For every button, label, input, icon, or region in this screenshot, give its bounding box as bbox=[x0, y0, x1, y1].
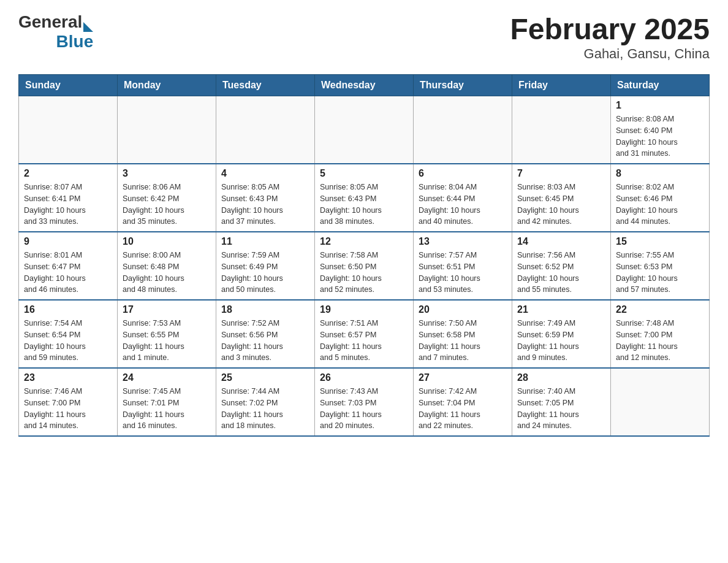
calendar-cell: 28Sunrise: 7:40 AMSunset: 7:05 PMDayligh… bbox=[512, 368, 611, 436]
calendar-cell: 23Sunrise: 7:46 AMSunset: 7:00 PMDayligh… bbox=[19, 368, 118, 436]
calendar-cell: 27Sunrise: 7:42 AMSunset: 7:04 PMDayligh… bbox=[414, 368, 512, 436]
day-info: Sunrise: 7:54 AMSunset: 6:54 PMDaylight:… bbox=[24, 318, 112, 364]
day-info: Sunrise: 8:04 AMSunset: 6:44 PMDaylight:… bbox=[419, 182, 507, 228]
logo-general-text: General bbox=[18, 12, 82, 32]
day-info: Sunrise: 7:55 AMSunset: 6:53 PMDaylight:… bbox=[616, 250, 704, 296]
day-info: Sunrise: 7:53 AMSunset: 6:55 PMDaylight:… bbox=[123, 318, 211, 364]
calendar-cell: 22Sunrise: 7:48 AMSunset: 7:00 PMDayligh… bbox=[611, 300, 710, 368]
calendar-title: February 2025 bbox=[510, 12, 710, 46]
day-info: Sunrise: 7:58 AMSunset: 6:50 PMDaylight:… bbox=[320, 250, 408, 296]
calendar-cell bbox=[315, 96, 414, 164]
day-number: 17 bbox=[123, 304, 211, 315]
calendar-cell: 25Sunrise: 7:44 AMSunset: 7:02 PMDayligh… bbox=[216, 368, 315, 436]
calendar-cell: 8Sunrise: 8:02 AMSunset: 6:46 PMDaylight… bbox=[611, 164, 710, 232]
day-of-week-header: Tuesday bbox=[216, 75, 315, 96]
day-number: 18 bbox=[221, 304, 309, 315]
day-number: 24 bbox=[123, 372, 211, 383]
calendar-cell: 11Sunrise: 7:59 AMSunset: 6:49 PMDayligh… bbox=[216, 232, 315, 300]
day-number: 1 bbox=[616, 100, 704, 111]
day-number: 3 bbox=[123, 168, 211, 179]
day-number: 9 bbox=[24, 236, 112, 247]
day-number: 14 bbox=[517, 236, 605, 247]
day-info: Sunrise: 8:07 AMSunset: 6:41 PMDaylight:… bbox=[24, 182, 112, 228]
day-number: 16 bbox=[24, 304, 112, 315]
calendar-cell: 6Sunrise: 8:04 AMSunset: 6:44 PMDaylight… bbox=[414, 164, 512, 232]
calendar-cell: 17Sunrise: 7:53 AMSunset: 6:55 PMDayligh… bbox=[118, 300, 216, 368]
day-of-week-header: Monday bbox=[118, 75, 216, 96]
calendar-week-row: 16Sunrise: 7:54 AMSunset: 6:54 PMDayligh… bbox=[19, 300, 710, 368]
calendar-table: SundayMondayTuesdayWednesdayThursdayFrid… bbox=[18, 74, 710, 437]
day-number: 19 bbox=[320, 304, 408, 315]
day-info: Sunrise: 7:45 AMSunset: 7:01 PMDaylight:… bbox=[123, 386, 211, 432]
page-header: General Blue February 2025 Gahai, Gansu,… bbox=[18, 12, 710, 62]
day-of-week-header: Thursday bbox=[414, 75, 512, 96]
day-number: 23 bbox=[24, 372, 112, 383]
day-info: Sunrise: 7:42 AMSunset: 7:04 PMDaylight:… bbox=[419, 386, 507, 432]
day-info: Sunrise: 8:03 AMSunset: 6:45 PMDaylight:… bbox=[517, 182, 605, 228]
day-info: Sunrise: 7:49 AMSunset: 6:59 PMDaylight:… bbox=[517, 318, 605, 364]
day-number: 21 bbox=[517, 304, 605, 315]
calendar-body: 1Sunrise: 8:08 AMSunset: 6:40 PMDaylight… bbox=[19, 96, 710, 437]
day-of-week-header: Friday bbox=[512, 75, 611, 96]
calendar-header: SundayMondayTuesdayWednesdayThursdayFrid… bbox=[19, 75, 710, 96]
day-of-week-header: Sunday bbox=[19, 75, 118, 96]
day-info: Sunrise: 7:51 AMSunset: 6:57 PMDaylight:… bbox=[320, 318, 408, 364]
day-number: 15 bbox=[616, 236, 704, 247]
day-info: Sunrise: 7:43 AMSunset: 7:03 PMDaylight:… bbox=[320, 386, 408, 432]
day-number: 12 bbox=[320, 236, 408, 247]
calendar-cell bbox=[19, 96, 118, 164]
day-number: 4 bbox=[221, 168, 309, 179]
calendar-cell: 21Sunrise: 7:49 AMSunset: 6:59 PMDayligh… bbox=[512, 300, 611, 368]
day-info: Sunrise: 8:06 AMSunset: 6:42 PMDaylight:… bbox=[123, 182, 211, 228]
day-number: 8 bbox=[616, 168, 704, 179]
day-number: 2 bbox=[24, 168, 112, 179]
day-info: Sunrise: 7:48 AMSunset: 7:00 PMDaylight:… bbox=[616, 318, 704, 364]
calendar-cell bbox=[414, 96, 512, 164]
calendar-cell: 18Sunrise: 7:52 AMSunset: 6:56 PMDayligh… bbox=[216, 300, 315, 368]
day-number: 7 bbox=[517, 168, 605, 179]
day-info: Sunrise: 8:05 AMSunset: 6:43 PMDaylight:… bbox=[320, 182, 408, 228]
logo: General Blue bbox=[18, 12, 93, 52]
day-number: 11 bbox=[221, 236, 309, 247]
calendar-cell: 26Sunrise: 7:43 AMSunset: 7:03 PMDayligh… bbox=[315, 368, 414, 436]
calendar-cell bbox=[216, 96, 315, 164]
day-number: 28 bbox=[517, 372, 605, 383]
calendar-cell bbox=[512, 96, 611, 164]
calendar-cell: 19Sunrise: 7:51 AMSunset: 6:57 PMDayligh… bbox=[315, 300, 414, 368]
day-number: 6 bbox=[419, 168, 507, 179]
day-number: 20 bbox=[419, 304, 507, 315]
calendar-week-row: 9Sunrise: 8:01 AMSunset: 6:47 PMDaylight… bbox=[19, 232, 710, 300]
calendar-cell: 20Sunrise: 7:50 AMSunset: 6:58 PMDayligh… bbox=[414, 300, 512, 368]
calendar-cell: 24Sunrise: 7:45 AMSunset: 7:01 PMDayligh… bbox=[118, 368, 216, 436]
calendar-cell: 3Sunrise: 8:06 AMSunset: 6:42 PMDaylight… bbox=[118, 164, 216, 232]
calendar-cell: 15Sunrise: 7:55 AMSunset: 6:53 PMDayligh… bbox=[611, 232, 710, 300]
day-info: Sunrise: 7:40 AMSunset: 7:05 PMDaylight:… bbox=[517, 386, 605, 432]
title-block: February 2025 Gahai, Gansu, China bbox=[510, 12, 710, 62]
day-info: Sunrise: 8:05 AMSunset: 6:43 PMDaylight:… bbox=[221, 182, 309, 228]
day-number: 22 bbox=[616, 304, 704, 315]
calendar-week-row: 23Sunrise: 7:46 AMSunset: 7:00 PMDayligh… bbox=[19, 368, 710, 436]
day-info: Sunrise: 7:56 AMSunset: 6:52 PMDaylight:… bbox=[517, 250, 605, 296]
day-info: Sunrise: 8:01 AMSunset: 6:47 PMDaylight:… bbox=[24, 250, 112, 296]
day-info: Sunrise: 7:50 AMSunset: 6:58 PMDaylight:… bbox=[419, 318, 507, 364]
day-info: Sunrise: 8:00 AMSunset: 6:48 PMDaylight:… bbox=[123, 250, 211, 296]
calendar-cell: 5Sunrise: 8:05 AMSunset: 6:43 PMDaylight… bbox=[315, 164, 414, 232]
calendar-cell: 1Sunrise: 8:08 AMSunset: 6:40 PMDaylight… bbox=[611, 96, 710, 164]
day-of-week-header: Wednesday bbox=[315, 75, 414, 96]
day-of-week-header: Saturday bbox=[611, 75, 710, 96]
calendar-cell: 7Sunrise: 8:03 AMSunset: 6:45 PMDaylight… bbox=[512, 164, 611, 232]
calendar-cell: 13Sunrise: 7:57 AMSunset: 6:51 PMDayligh… bbox=[414, 232, 512, 300]
calendar-subtitle: Gahai, Gansu, China bbox=[510, 46, 710, 62]
day-info: Sunrise: 8:08 AMSunset: 6:40 PMDaylight:… bbox=[616, 113, 704, 159]
day-number: 27 bbox=[419, 372, 507, 383]
calendar-cell bbox=[118, 96, 216, 164]
calendar-cell: 2Sunrise: 8:07 AMSunset: 6:41 PMDaylight… bbox=[19, 164, 118, 232]
day-number: 10 bbox=[123, 236, 211, 247]
calendar-cell: 12Sunrise: 7:58 AMSunset: 6:50 PMDayligh… bbox=[315, 232, 414, 300]
days-of-week-row: SundayMondayTuesdayWednesdayThursdayFrid… bbox=[19, 75, 710, 96]
calendar-cell: 16Sunrise: 7:54 AMSunset: 6:54 PMDayligh… bbox=[19, 300, 118, 368]
calendar-cell: 4Sunrise: 8:05 AMSunset: 6:43 PMDaylight… bbox=[216, 164, 315, 232]
day-number: 13 bbox=[419, 236, 507, 247]
day-info: Sunrise: 7:52 AMSunset: 6:56 PMDaylight:… bbox=[221, 318, 309, 364]
day-number: 26 bbox=[320, 372, 408, 383]
